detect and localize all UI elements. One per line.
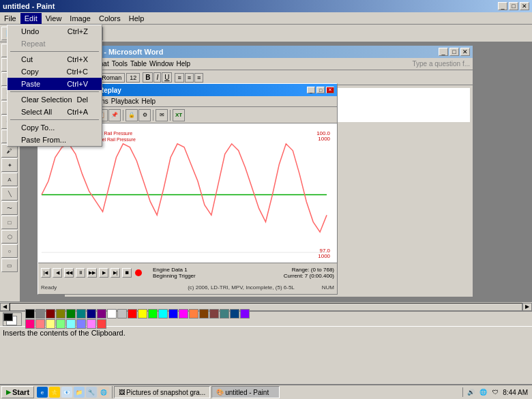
word-menu-help[interactable]: Help [177,60,191,68]
btn-next-slow[interactable]: ▶▶ [87,268,97,278]
color-swatch-0[interactable] [25,309,35,319]
word-ask-field[interactable]: Type a question f... [413,60,471,68]
word-italic[interactable]: I [153,72,161,83]
color-swatch-16[interactable] [189,309,198,319]
color-swatch-7[interactable] [97,309,106,319]
minimize-button[interactable]: _ [498,2,507,10]
menu-image[interactable]: Image [65,13,95,24]
taskbar-app-paint[interactable]: 🎨 untitled - Paint [211,386,280,398]
word-bold[interactable]: B [143,72,153,83]
color-swatch-15[interactable] [179,309,188,319]
word-menu-table[interactable]: Table [130,60,147,68]
color-swatch-22[interactable] [25,319,35,329]
fg-color[interactable] [3,313,13,321]
menu-colors[interactable]: Colors [95,13,125,24]
btn-stop[interactable]: ⏹ [122,268,132,278]
menu-paste[interactable]: Paste Ctrl+V [8,78,102,90]
tool-airbrush[interactable]: ✦ [1,158,18,172]
color-swatch-6[interactable] [87,309,96,319]
tool-rounded-rect[interactable]: ▭ [1,258,18,272]
color-swatch-25[interactable] [56,319,65,329]
launch3[interactable]: 📧 [61,387,72,398]
ie2-icon[interactable]: ⭐ [49,387,60,398]
color-swatch-26[interactable] [66,319,76,329]
color-swatch-24[interactable] [46,319,55,329]
btn-prev[interactable]: ◀ [53,268,62,278]
color-swatch-20[interactable] [230,309,239,319]
snapshot-maximize[interactable]: □ [316,87,325,93]
word-align-center[interactable]: ≡ [185,73,194,83]
color-swatch-10[interactable] [128,309,137,319]
word-menu-tools[interactable]: Tools [112,60,128,68]
btn-to-start[interactable]: |◀ [41,268,50,278]
menu-undo[interactable]: Undo Ctrl+Z [8,25,102,38]
color-swatch-29[interactable] [97,319,106,329]
word-align-right[interactable]: ≡ [194,73,203,83]
color-swatch-21[interactable] [240,309,250,319]
color-swatch-8[interactable] [107,309,117,319]
color-swatch-5[interactable] [76,309,86,319]
menu-edit[interactable]: Edit [20,13,42,24]
tool-polygon[interactable]: ⬡ [1,230,18,243]
menu-select-all[interactable]: Select All Ctrl+A [8,106,102,118]
word-minimize[interactable]: _ [439,48,448,56]
snap-tb-XT[interactable]: XT [173,109,185,121]
color-swatch-3[interactable] [56,309,65,319]
tool-ellipse[interactable]: ○ [1,244,18,258]
menu-copy[interactable]: Copy Ctrl+C [8,65,102,78]
tool-rect[interactable]: □ [1,216,18,229]
word-font-size[interactable]: 12 [126,73,140,83]
menu-copy-to[interactable]: Copy To... [8,121,102,134]
menu-cut[interactable]: Cut Ctrl+X [8,53,102,65]
scroll-right[interactable]: ▶ [522,303,532,311]
color-swatch-1[interactable] [35,309,45,319]
launch6[interactable]: 🌐 [98,387,109,398]
tool-text[interactable]: A [1,173,18,186]
maximize-button[interactable]: □ [509,2,518,10]
color-swatch-12[interactable] [148,309,158,319]
color-swatch-9[interactable] [117,309,127,319]
snap-menu-help[interactable]: Help [141,98,156,105]
snap-tb-lock[interactable]: 🔒 [125,109,138,121]
color-swatch-17[interactable] [199,309,209,319]
snap-menu-playback[interactable]: Playback [111,98,139,105]
menu-file[interactable]: File [0,13,20,24]
color-swatch-19[interactable] [220,309,229,319]
close-button[interactable]: ✕ [520,2,529,10]
color-swatch-4[interactable] [66,309,76,319]
snap-tb-email[interactable]: ✉ [156,109,168,121]
word-maximize[interactable]: □ [449,48,459,56]
color-swatch-28[interactable] [87,319,96,329]
start-button[interactable]: ▶ Start [1,386,34,398]
tool-curve[interactable]: 〜 [1,201,18,215]
scroll-left[interactable]: ◀ [0,303,10,311]
taskbar-app-pictures[interactable]: 🖼 Pictures of snapshot gra... [114,386,210,398]
color-swatch-27[interactable] [76,319,86,329]
btn-next[interactable]: ▶ [99,268,108,278]
btn-pause[interactable]: ⏸ [76,268,85,278]
word-menu-window[interactable]: Window [149,60,174,68]
word-align-left[interactable]: ≡ [175,73,183,83]
color-swatch-23[interactable] [35,319,45,329]
btn-prev-slow[interactable]: ◀◀ [64,268,74,278]
menu-view[interactable]: View [42,13,66,24]
snap-tb-paste[interactable]: 📌 [108,109,121,121]
btn-to-end[interactable]: ▶| [110,268,120,278]
ie-icon[interactable]: e [37,387,48,398]
word-close[interactable]: ✕ [460,48,470,56]
color-swatch-13[interactable] [158,309,168,319]
snapshot-close[interactable]: ✕ [326,87,334,93]
color-swatch-18[interactable] [209,309,219,319]
color-swatch-2[interactable] [46,309,55,319]
color-swatch-11[interactable] [138,309,147,319]
launch5[interactable]: 🔧 [86,387,97,398]
menu-clear-selection[interactable]: Clear Selection Del [8,93,102,106]
tool-line[interactable]: ╲ [1,187,18,201]
snapshot-minimize[interactable]: _ [307,87,315,93]
word-underline[interactable]: U [162,72,172,83]
color-swatch-14[interactable] [168,309,178,319]
menu-help[interactable]: Help [125,13,149,24]
snap-tb-5[interactable]: ⚙ [138,109,151,121]
menu-paste-from[interactable]: Paste From... [8,134,102,146]
launch4[interactable]: 📁 [74,387,85,398]
